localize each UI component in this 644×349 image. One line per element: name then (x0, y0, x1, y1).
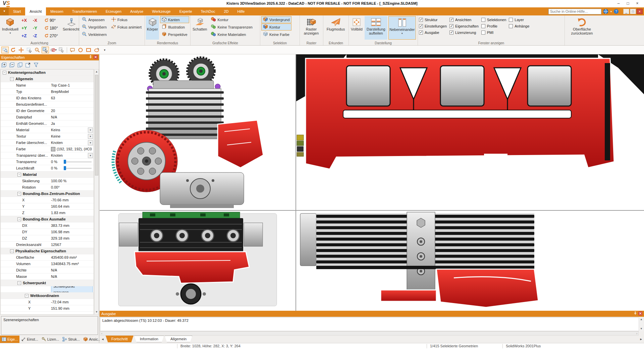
align-90°-button[interactable]: 90° (43, 18, 61, 23)
collapse-icon[interactable]: − (17, 192, 21, 196)
toggle-eigenschaften[interactable]: Eigenschaften (449, 24, 479, 29)
pin-icon[interactable] (89, 55, 93, 60)
checkbox-icon[interactable] (419, 18, 423, 22)
toggle-layer[interactable]: Layer (509, 17, 529, 22)
collapse-icon[interactable]: − (3, 71, 6, 74)
vergroessern-button[interactable]: Vergrößern (80, 23, 108, 31)
scroll-up-icon[interactable]: ▲ (639, 317, 643, 322)
toggle-ausgabe[interactable]: Ausgabe (419, 30, 447, 35)
pan-icon[interactable] (17, 47, 25, 53)
tab-messen[interactable]: Messen (46, 7, 68, 15)
collapse-icon[interactable]: − (10, 77, 14, 81)
toggle-selektionen[interactable]: Selektionen (481, 17, 506, 22)
panel-tab-lizen[interactable]: Lizen... (40, 336, 61, 343)
raster-anzeigen-button[interactable]: Raster anzeigen (301, 16, 322, 40)
collapse-icon[interactable]: − (17, 217, 21, 221)
viewport-top-left[interactable] (100, 54, 296, 210)
ribbon-menu-button[interactable]: ▼ (0, 7, 9, 15)
keine-materialien-button[interactable]: Keine Materialien (209, 31, 254, 38)
toggle-profile[interactable]: Profile (481, 24, 506, 29)
individuell-button[interactable]: Individuell▾ (1, 16, 19, 40)
schatten-button[interactable]: Schatten (192, 16, 208, 40)
toggle-anhänge[interactable]: Anhänge (509, 24, 529, 29)
viewport-bottom-right[interactable] (296, 211, 644, 311)
prop-section-bounding-box-zentrum-position[interactable]: −Bounding-Box-Zentrum-Position (1, 191, 94, 197)
tab-experte[interactable]: Experte (175, 7, 197, 15)
fokus-animiert-button[interactable]: Fokus animiert (109, 23, 143, 31)
output-hscrollbar[interactable]: ‹› (100, 331, 639, 336)
align-z-button[interactable]: -Z (32, 33, 43, 38)
tab-werkzeuge[interactable]: Werkzeuge (148, 7, 175, 15)
scroll-down-icon[interactable]: ▼ (639, 327, 643, 331)
align-+x-button[interactable]: +X (20, 18, 32, 23)
markup-circle-icon[interactable] (77, 47, 84, 53)
panel-close-icon[interactable] (94, 55, 98, 60)
align-180°-button[interactable]: 180° (43, 26, 61, 31)
panel-tab-eige[interactable]: Eige... (0, 336, 19, 343)
toggle-struktur[interactable]: Struktur (419, 17, 447, 22)
output-tab-fortschritt[interactable]: Fortschritt (106, 336, 133, 342)
doc-restore-button[interactable]: □ (630, 9, 636, 14)
maximize-button[interactable]: □ (623, 0, 633, 7)
dropdown-icon[interactable]: ▾ (88, 140, 93, 145)
minimize-button[interactable]: – (614, 0, 623, 7)
kanten-button[interactable]: Kanten (160, 16, 189, 23)
help-dropdown-icon[interactable]: ▾ (610, 10, 612, 13)
checkbox-icon[interactable] (419, 24, 423, 28)
align-x-button[interactable]: -X (32, 18, 43, 23)
output-vscrollbar[interactable]: ▲ ▼ (639, 317, 644, 331)
prop-section-material[interactable]: −Material (1, 171, 94, 178)
tab-start[interactable]: Start (9, 7, 25, 15)
tab-erzeugen[interactable]: Erzeugen (101, 7, 126, 15)
scene-properties-section[interactable]: Szeneneigenschaften (1, 316, 98, 335)
collapse-icon[interactable]: − (25, 294, 29, 298)
align-270°-button[interactable]: 270° (43, 34, 61, 38)
dropdown-icon[interactable]: ▾ (88, 153, 93, 158)
checkbox-icon[interactable] (449, 24, 453, 28)
checkbox-icon[interactable] (449, 31, 453, 35)
prop-section-allgemein[interactable]: −Allgemein (1, 76, 94, 82)
tab-analyse[interactable]: Analyse (126, 7, 148, 15)
select-rectangle-icon[interactable] (25, 47, 33, 53)
tab-techdoc[interactable]: TechDoc (197, 7, 220, 15)
collapse-all-icon[interactable] (9, 62, 15, 68)
prop-section-knoteneigenschaften[interactable]: −Knoteneigenschaften (1, 69, 94, 76)
doc-close-button[interactable]: × (637, 9, 643, 14)
rotate-icon[interactable] (9, 47, 17, 53)
checkbox-icon[interactable] (509, 18, 513, 22)
toggle-ansichten[interactable]: Ansichten (449, 17, 479, 22)
viewport-bottom-left[interactable] (100, 211, 296, 311)
align-+z-button[interactable]: +Z (20, 33, 32, 38)
prop-section-bounding-box-ausmaße[interactable]: −Bounding-Box Ausmaße (1, 216, 94, 222)
select-geometry-icon[interactable] (58, 47, 65, 53)
zoom-icon[interactable] (34, 47, 41, 53)
collapse-icon[interactable]: − (17, 173, 21, 177)
prop-section-weltkoordinaten[interactable]: −Weltkoordinaten (1, 293, 94, 299)
panel-tab-einst[interactable]: Einst... (19, 336, 40, 343)
scroll-up-icon[interactable]: ▲ (95, 69, 99, 74)
tab-scroll-right-icon[interactable]: ▸ (640, 336, 643, 342)
anpassen-button[interactable]: Anpassen (80, 16, 108, 23)
panel-close-icon[interactable] (638, 311, 642, 316)
prop-section-physikalische-eigenschaften[interactable]: −Physikalische Eigenschaften (1, 248, 94, 254)
dropdown-icon[interactable]: ▾ (88, 128, 93, 133)
schwerpunkt-erzeugen-button[interactable]: Schwerpunkt erzeugen (51, 286, 93, 292)
toggle-pmi[interactable]: PMI (481, 30, 506, 35)
keine-transparenzen-button[interactable]: Keine Transparenzen (209, 23, 254, 31)
scrollbar-thumb[interactable] (95, 75, 98, 176)
online-help-globe-icon[interactable] (603, 9, 608, 14)
flugmodus-button[interactable]: Flugmodus (324, 16, 347, 40)
toggle-einstellungen[interactable]: Einstellungen (419, 24, 447, 29)
senkrecht-button[interactable]: Senkrecht (62, 16, 80, 40)
pin-icon[interactable] (633, 311, 637, 316)
viewport-top-right[interactable] (296, 54, 644, 210)
align-y-button[interactable]: -Y (32, 26, 43, 31)
oberflaeche-zuruecksetzen-button[interactable]: Oberfläche zurücksetzen (566, 16, 598, 40)
help-icon[interactable]: ? (613, 9, 619, 14)
output-tab-information[interactable]: Information (134, 336, 164, 342)
checkbox-icon[interactable] (509, 24, 513, 28)
export-icon[interactable] (25, 62, 31, 68)
deselect-all-icon[interactable]: ▾ (50, 47, 57, 53)
more-tools-icon[interactable]: ▾ (101, 47, 108, 53)
toggle-lizenzierung[interactable]: Lizenzierung (449, 30, 479, 35)
